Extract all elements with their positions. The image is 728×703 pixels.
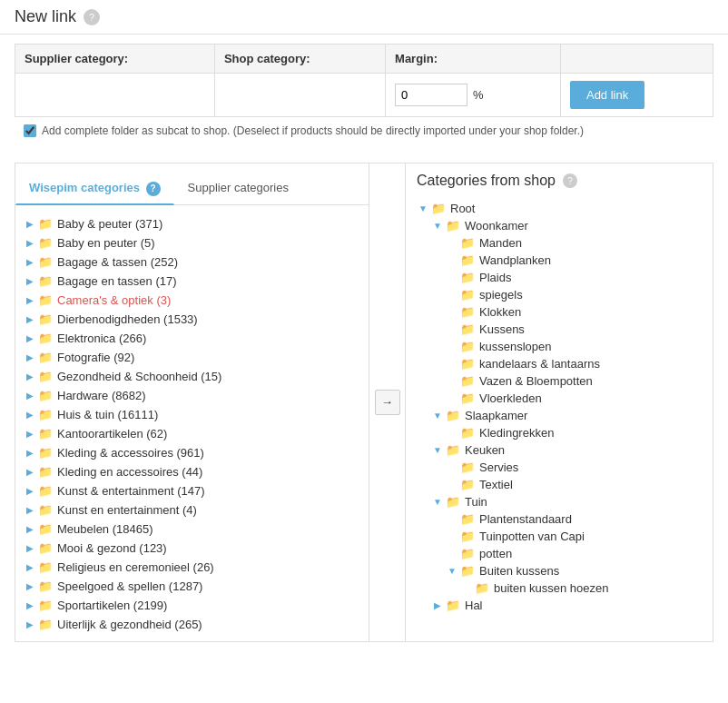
chevron-icon: ▶	[25, 599, 35, 610]
tab-badge: ?	[146, 182, 161, 196]
tree-item[interactable]: ▼ 📁 Root	[417, 200, 702, 217]
tree-item[interactable]: 📁 Vloerkleden	[446, 390, 702, 407]
tree-item[interactable]: 📁 Plantenstandaard	[446, 510, 702, 528]
form-table: Supplier category: Shop category: Margin…	[15, 44, 713, 117]
tree-chevron-icon	[460, 582, 473, 595]
tab-supplier[interactable]: Supplier categories	[174, 173, 302, 205]
cat-label: Huis & tuin (16111)	[57, 408, 158, 421]
tree-item[interactable]: ▼ 📁 Slaapkamer	[431, 407, 702, 424]
tree-chevron-icon: ▼	[431, 444, 444, 457]
tree-item[interactable]: ▼ 📁 Woonkamer	[431, 217, 702, 234]
arrow-col: →	[369, 163, 406, 641]
list-item[interactable]: ▶ 📁 Meubelen (18465)	[23, 520, 361, 539]
tree-folder-icon: 📁	[460, 340, 475, 353]
folder-icon: 📁	[38, 560, 53, 574]
folder-icon: 📁	[38, 274, 53, 288]
tree-item[interactable]: 📁 Plaids	[446, 269, 702, 286]
list-item[interactable]: ▶ 📁 Mooi & gezond (123)	[23, 539, 361, 558]
list-item[interactable]: ▶ 📁 Kunst & entertainment (147)	[23, 481, 361, 500]
tree-item[interactable]: ▼ 📁 Tuin	[431, 493, 702, 510]
list-item[interactable]: ▶ 📁 Fotografie (92)	[23, 348, 361, 367]
list-item[interactable]: ▶ 📁 Baby & peuter (371)	[23, 214, 361, 233]
tree-folder-icon: 📁	[460, 512, 475, 526]
tree-label: Kussens	[479, 322, 525, 336]
page-title: New link	[15, 7, 76, 26]
tree-item[interactable]: 📁 Klokken	[446, 303, 702, 321]
chevron-icon: ▶	[25, 352, 35, 362]
list-item[interactable]: ▶ 📁 Kleding & accessoires (961)	[23, 443, 361, 462]
tree-item[interactable]: 📁 spiegels	[446, 286, 702, 303]
shop-category-header: Shop category:	[214, 45, 385, 74]
tree-item[interactable]: 📁 Tuinpotten van Capi	[446, 528, 702, 545]
tree-item[interactable]: 📁 Kledingrekken	[446, 424, 702, 441]
list-item[interactable]: ▶ 📁 Camera's & optiek (3)	[23, 291, 361, 310]
tree-item[interactable]: 📁 Wandplanken	[446, 252, 702, 269]
list-item[interactable]: ▶ 📁 Gezondheid & Schoonheid (15)	[23, 367, 361, 386]
tree-item[interactable]: 📁 Kussens	[446, 321, 702, 338]
cat-label: Speelgoed & spellen (1287)	[57, 579, 202, 593]
tree-item[interactable]: ▼ 📁 Buiten kussens	[446, 562, 702, 579]
tree-label: Kledingrekken	[479, 426, 554, 440]
list-item[interactable]: ▶ 📁 Elektronica (266)	[23, 329, 361, 348]
tree-item[interactable]: 📁 buiten kussen hoezen	[460, 579, 702, 597]
list-item[interactable]: ▶ 📁 Kunst en entertainment (4)	[23, 500, 361, 520]
chevron-icon: ▶	[25, 428, 35, 439]
tree-chevron-icon: ▼	[446, 565, 458, 578]
tree-label: Tuin	[465, 495, 487, 509]
add-link-cell: Add link	[560, 74, 713, 117]
arrow-button[interactable]: →	[375, 390, 400, 415]
tree-item[interactable]: 📁 Textiel	[446, 476, 702, 493]
subcat-label[interactable]: Add complete folder as subcat to shop. (…	[42, 124, 584, 137]
list-item[interactable]: ▶ 📁 Huis & tuin (16111)	[23, 405, 361, 424]
margin-input[interactable]	[395, 84, 467, 106]
tree-folder-icon: 📁	[460, 357, 475, 371]
right-help-icon[interactable]: ?	[563, 173, 577, 188]
subcat-checkbox[interactable]	[24, 124, 36, 137]
list-item[interactable]: ▶ 📁 Religieus en ceremonieel (26)	[23, 558, 361, 577]
tree-folder-icon: 📁	[446, 409, 460, 422]
tab-bar: Wisepim categories ? Supplier categories	[15, 173, 369, 205]
help-icon[interactable]: ?	[84, 9, 100, 25]
list-item[interactable]: ▶ 📁 Kantoorartikelen (62)	[23, 424, 361, 443]
list-item[interactable]: ▶ 📁 Uiterlijk & gezondheid (265)	[23, 615, 361, 632]
tree-label: Servies	[479, 460, 518, 474]
tree-folder-icon: 📁	[475, 581, 489, 595]
list-item[interactable]: ▶ 📁 Dierbenodigdheden (1533)	[23, 310, 361, 329]
list-item[interactable]: ▶ 📁 Speelgoed & spellen (1287)	[23, 577, 361, 596]
chevron-icon: ▶	[25, 256, 35, 267]
folder-icon: 📁	[38, 579, 53, 593]
tree-label: Woonkamer	[465, 219, 528, 233]
cat-label: Baby & peuter (371)	[57, 217, 162, 231]
list-item[interactable]: ▶ 📁 Bagage en tassen (17)	[23, 272, 361, 291]
tree-chevron-icon	[446, 254, 458, 267]
folder-icon: 📁	[38, 332, 53, 345]
list-item[interactable]: ▶ 📁 Baby en peuter (5)	[23, 233, 361, 252]
tree-item[interactable]: 📁 Servies	[446, 459, 702, 476]
folder-icon: 📁	[38, 351, 53, 364]
chevron-icon: ▶	[25, 218, 35, 229]
tree-item[interactable]: 📁 potten	[446, 545, 702, 562]
tree-item[interactable]: ▶ 📁 Hal	[431, 597, 702, 614]
list-item[interactable]: ▶ 📁 Kleding en accessoires (44)	[23, 462, 361, 481]
link-form: Supplier category: Shop category: Margin…	[0, 35, 728, 153]
list-item[interactable]: ▶ 📁 Sportartikelen (2199)	[23, 596, 361, 615]
chevron-icon: ▶	[25, 332, 35, 343]
tree-item[interactable]: 📁 Vazen & Bloempotten	[446, 372, 702, 390]
tree-folder-icon: 📁	[446, 219, 460, 233]
tree-item[interactable]: 📁 kandelaars & lantaarns	[446, 355, 702, 372]
tree-item[interactable]: 📁 Manden	[446, 234, 702, 252]
list-item[interactable]: ▶ 📁 Bagage & tassen (252)	[23, 252, 361, 272]
tree-item[interactable]: 📁 kussenslopen	[446, 338, 702, 355]
category-section: Wisepim categories ? Supplier categories…	[15, 163, 713, 642]
tree-label: Vloerkleden	[479, 391, 542, 405]
add-link-button[interactable]: Add link	[570, 81, 644, 109]
folder-icon: 📁	[38, 236, 53, 250]
cat-label: Kleding & accessoires (961)	[57, 446, 204, 460]
tree-item[interactable]: ▼ 📁 Keuken	[431, 441, 702, 459]
tree-chevron-icon: ▼	[417, 203, 429, 215]
cat-label: Kunst en entertainment (4)	[57, 503, 197, 517]
shop-category-cell	[214, 74, 385, 117]
list-item[interactable]: ▶ 📁 Hardware (8682)	[23, 386, 361, 405]
tab-wisepim[interactable]: Wisepim categories ?	[15, 173, 174, 205]
folder-icon: 📁	[38, 465, 53, 479]
